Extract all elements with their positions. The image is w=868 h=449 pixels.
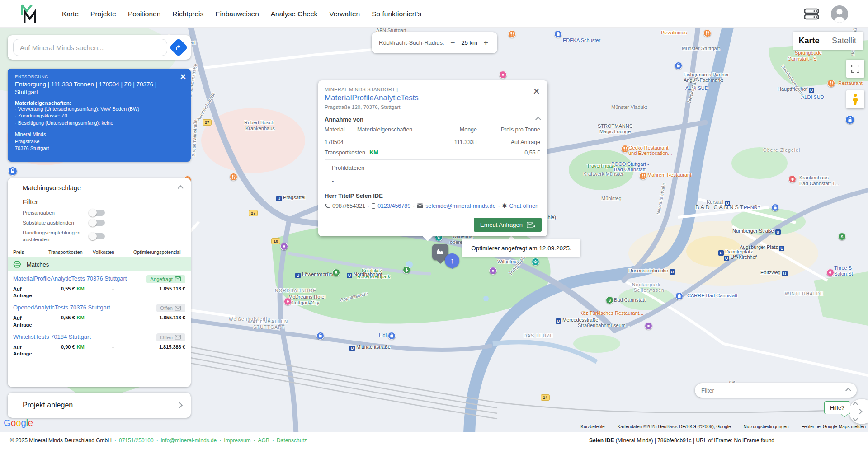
poi-marker-purple-icon[interactable] [645,322,652,330]
map-label-mahrem-restaurant: Mahrem Restaurant [647,172,691,178]
match-transport-unit: KM [77,344,85,350]
poi-marker-hospital-icon[interactable] [788,175,796,183]
pegman-button[interactable] [846,90,864,108]
radius-increase-button[interactable]: + [482,38,490,47]
map-label-stuttgart: STUTTGART [253,325,285,330]
poi-marker-tree-icon[interactable] [403,266,410,274]
filter-collapse-chevron-icon[interactable] [845,388,851,393]
poi-marker-tree-icon[interactable] [332,269,340,276]
poi-marker-restaurant-icon[interactable] [621,145,629,153]
footer-link-impressum[interactable]: Impressum [224,437,250,444]
map-type-satellit[interactable]: Satellit [825,32,863,50]
poi-marker-pink-icon[interactable] [499,71,507,79]
ubahn-icon: U [556,318,561,324]
poi-marker-shop-icon[interactable] [675,62,682,70]
envelope-icon [175,335,182,340]
disposal-city: 70376 Stuttgart [15,145,184,152]
poi-marker-restaurant-icon[interactable] [703,29,711,37]
search-input[interactable] [13,39,167,56]
popup-title-link[interactable]: MaterialProfileAnalyticTests [325,94,540,103]
billing-icon[interactable] [804,8,819,20]
poi-marker-shop-icon[interactable] [771,204,779,211]
map-label-m-nster-viadukt: Münster Viadukt [611,104,647,110]
fullscreen-icon [851,65,859,73]
map-label-krankenhaus: Krankenhaus [245,126,275,131]
poi-marker-lock-icon[interactable] [845,115,854,124]
pan-up-icon[interactable] [853,402,858,407]
nav-item-analyse-check[interactable]: Analyse Check [271,10,317,18]
match-link-materialprofileanalytictests-70376-stuttgart[interactable]: MaterialProfileAnalyticTests 70376 Stutt… [13,275,127,282]
toggle-preisangaben[interactable] [90,210,105,216]
chat-open-link[interactable]: Chat öffnen [509,203,538,209]
match-transport-unit: KM [77,315,85,320]
poi-marker-purple-icon[interactable] [489,267,497,275]
envelope-icon [175,306,182,311]
poi-marker-restaurant-icon[interactable] [639,172,647,180]
road-shield-27: 27 [203,119,212,126]
create-project-button[interactable]: Projekt anlegen [8,393,191,418]
popup-close-icon[interactable]: ✕ [533,87,540,96]
user-avatar-icon[interactable] [831,5,848,23]
nav-item-einbauweisen[interactable]: Einbauweisen [215,10,259,18]
match-transport-cost: 0,55 €KM [48,286,93,291]
nav-item-richtpreis[interactable]: Richtpreis [172,10,203,18]
filter-toggle-row: Preisangaben [23,210,191,216]
navigation-arrow-marker[interactable]: ↑ [445,253,459,268]
fullscreen-button[interactable] [846,60,864,78]
chat-icon: ✱ [502,202,507,209]
ubahn-icon: U [724,256,729,261]
footer-link-datenschutz[interactable]: Datenschutz [277,437,307,444]
nav-item-projekte[interactable]: Projekte [90,10,116,18]
contact-email-link[interactable]: selenide@mineral-minds.de [425,203,495,209]
poi-marker-sbahn-icon[interactable]: S [838,233,846,240]
envelope-icon [175,276,182,281]
toggle-handlungsempfehlungen-ausblenden[interactable] [90,233,105,239]
help-button[interactable]: Hilfe? [824,401,850,414]
match-vollkosten: – [93,315,133,320]
nav-item-so-funktioniert-s[interactable]: So funktioniert's [372,10,421,18]
poi-marker-shop-icon[interactable] [316,332,324,340]
nav-item-positionen[interactable]: Positionen [128,10,160,18]
poi-marker-restaurant-icon[interactable] [827,80,835,87]
popup-column-material: Material [325,126,357,133]
section-collapse-chevron-icon[interactable] [535,117,541,122]
radius-decrease-button[interactable]: − [449,38,457,47]
close-icon[interactable]: ✕ [180,72,186,82]
match-link-whitelisttests-70184-stuttgart[interactable]: WhitelistTests 70184 Stuttgart [13,333,91,340]
email-icon [417,203,423,208]
mineral-minds-logo[interactable] [20,4,39,24]
map-label-kraftwerk-m-nster: Kraftwerk Münster [583,171,623,177]
poi-marker-shop-icon[interactable] [554,30,562,38]
request-again-button[interactable]: Erneut Anfragen [474,218,542,232]
poi-marker-zoo-icon[interactable] [532,258,539,266]
footer-link-agb[interactable]: AGB [258,437,269,444]
attribution-nutzungsbedingungen[interactable]: Nutzungsbedingungen [744,424,789,429]
poi-marker-shop-icon[interactable] [675,292,683,300]
poi-marker-purple-icon[interactable] [280,243,288,250]
toggle-substitute-ausblenden[interactable] [90,220,105,226]
poi-marker-pink-icon[interactable] [826,269,834,276]
nav-item-karte[interactable]: Karte [62,10,79,18]
attribution-fehler-bei-google-ma[interactable]: Fehler bei Google Maps melden [802,424,866,429]
footer-email-link[interactable]: info@mineral-minds.de [161,437,217,444]
poi-marker-restaurant-icon[interactable] [230,173,237,181]
pan-down-icon[interactable] [853,416,858,421]
pan-right-icon[interactable] [857,409,862,414]
contact-mobile-link[interactable]: 0123/456789 [377,203,410,209]
match-link-openedanalytictests-70376-stuttgart[interactable]: OpenedAnalyticTests 70376 Stuttgart [13,304,110,311]
map-type-karte[interactable]: Karte [793,32,825,50]
directions-icon[interactable] [169,38,188,57]
collapse-chevron-icon[interactable] [178,185,184,191]
poi-marker-lock-icon[interactable] [8,167,17,176]
popup-material-row: 170504 111.333 t Auf Anfrage [325,136,540,149]
footer-phone-link[interactable]: 07151/250100 [119,437,154,444]
map-label-m-hlsteg: Mühlsteg [601,196,622,201]
poi-marker-restaurant-icon[interactable] [508,30,516,38]
google-logo[interactable]: Google [4,417,33,428]
attribution-kurzbefehle[interactable]: Kurzbefehle [580,424,604,429]
nav-item-verwalten[interactable]: Verwalten [329,10,360,18]
poi-marker-sbahn-icon[interactable]: S [606,296,613,304]
map-filter-input[interactable] [701,387,843,394]
poi-marker-pink-icon[interactable] [284,298,292,305]
poi-marker-shop-icon[interactable] [388,332,396,340]
